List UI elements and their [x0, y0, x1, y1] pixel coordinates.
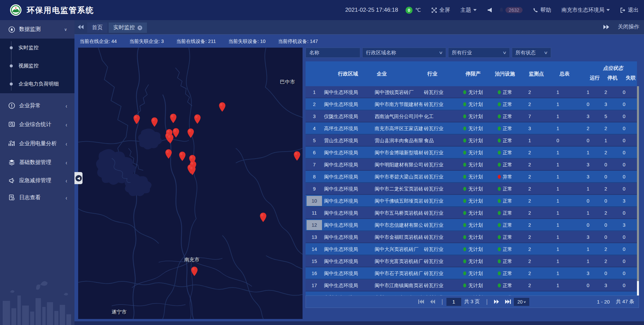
cell-industry: 砖瓦行业	[423, 171, 455, 183]
map-pin-icon[interactable]	[167, 134, 173, 144]
cell-region: 高坪生态环境局	[322, 122, 374, 134]
industry-filter-select[interactable]: 所有行业∨	[448, 48, 510, 58]
table-row[interactable]: 11阆中生态环境局阆中市五马桥页岩机砖砖瓦行业无计划正常21120	[306, 207, 637, 219]
status-dot-icon	[498, 139, 501, 143]
table-row[interactable]: 1阆中生态环境局阆中强锐页岩砖厂砖瓦行业无计划正常21120	[306, 86, 637, 98]
cell-total: 1	[540, 98, 576, 110]
map-pin-icon[interactable]	[294, 151, 300, 161]
sidebar-subitem[interactable]: 视频监控	[0, 61, 74, 71]
table-row[interactable]: 5营山生态环境局营山县润丰肉食品有限食品无计划正常10010	[306, 134, 637, 147]
map-pin-icon[interactable]	[179, 152, 185, 161]
cell-company: 阆中市二龙长宝页岩砖	[374, 183, 423, 195]
first-page-button[interactable]	[418, 300, 424, 304]
scrollbar-thumb[interactable]	[637, 86, 639, 281]
table-row[interactable]: 2阆中生态环境局阆中市南方节能建材有砖瓦行业无计划正常21030	[306, 98, 637, 110]
sidebar-item[interactable]: 日志查看‹	[0, 191, 74, 204]
notifications[interactable]: 2632	[499, 7, 523, 13]
chevron-down-icon	[606, 9, 610, 11]
cell-stop: 2	[600, 207, 611, 219]
status-dot-icon	[498, 247, 501, 251]
row-number: 12	[307, 220, 322, 230]
table-row[interactable]: 15阆中生态环境局阆中市光富页岩机砖厂砖瓦行业无计划正常21120	[306, 255, 637, 267]
chevron-left-icon: ‹	[66, 121, 67, 128]
sidebar-item[interactable]: 应急减排管理‹	[0, 174, 74, 187]
map-pin-icon[interactable]	[189, 166, 196, 175]
map-pin-icon[interactable]	[133, 115, 140, 124]
sidebar-item[interactable]: 企业综合统计‹	[0, 118, 74, 131]
table-row[interactable]: 7阆中生态环境局阆中明阳建材有限公司砖瓦行业无计划正常21300	[306, 159, 637, 171]
table-row[interactable]: 12阆中生态环境局阆中市忠信建材有限公砖瓦行业无计划正常21003	[306, 219, 637, 231]
cell-industry: 食品	[423, 134, 455, 147]
map-pin-icon[interactable]	[194, 114, 201, 124]
cell-stop: 2	[600, 147, 611, 159]
status-dot-icon	[463, 259, 466, 263]
cell-run: 0	[576, 219, 600, 231]
map-panel[interactable]: 巴中市南充市遂宁市	[78, 48, 303, 319]
next-page-button[interactable]	[494, 300, 499, 304]
double-chevron-right-icon[interactable]	[603, 25, 609, 29]
last-page-button[interactable]	[505, 300, 511, 304]
cell-region: 阆中生态环境局	[322, 279, 374, 291]
sidebar-collapse-button[interactable]: ◀	[74, 172, 83, 184]
top-bar: 环保用电监管系统 2021-02-25 17:46:18 0 ℃ 全屏 主题	[0, 0, 644, 20]
status-dot-icon	[463, 151, 466, 155]
org-dropdown[interactable]: 南充市生态环境局	[561, 7, 610, 14]
cell-total: 1	[540, 195, 576, 207]
map-pin-icon[interactable]	[187, 128, 194, 138]
logout-button[interactable]: 退出	[620, 7, 639, 14]
sidebar-item[interactable]: 企业用电量分析‹	[0, 137, 74, 150]
fullscreen-button[interactable]: 全屏	[431, 7, 450, 14]
table-row[interactable]: 3仪陇生态环境局西南油气田分公司川中化工无计划正常71350	[306, 110, 637, 122]
table-row[interactable]: 13阆中生态环境局阆中市金福旺页岩机砖砖瓦行业无计划正常21300	[306, 231, 637, 243]
theme-dropdown[interactable]: 主题	[461, 7, 477, 14]
status-filter-select[interactable]: 所有状态∨	[512, 48, 551, 58]
map-pin-icon[interactable]	[260, 213, 266, 222]
right-panel: 名称 行政区域名称∨ 所有行业∨ 所有状态∨ 行政区域 企业 行业 停限产 治污…	[306, 48, 639, 325]
close-operations-button[interactable]: 关闭操作	[618, 23, 639, 31]
sidebar-item[interactable]: 企业异常‹	[0, 99, 74, 112]
map-city-label: 巴中市	[280, 79, 295, 85]
mute-button[interactable]	[487, 8, 492, 12]
table-scrollbar[interactable]	[637, 86, 639, 295]
tab-home[interactable]: 首页	[87, 22, 107, 33]
map-pin-icon[interactable]	[173, 128, 179, 138]
sidebar-subitem[interactable]: 企业电力负荷明细	[0, 79, 74, 89]
map-pin-icon[interactable]	[219, 102, 225, 112]
table-row[interactable]: 17阆中生态环境局阆中市江南镇阆南页岩砖瓦行业无计划正常21030	[306, 279, 637, 291]
sidebar-item[interactable]: 基础数据管理‹	[0, 156, 74, 169]
tab-realtime-monitor[interactable]: 实时监控 ✕	[109, 22, 147, 33]
cell-total: 1	[540, 219, 576, 231]
cell-lost: 0	[611, 267, 637, 279]
tab-close-icon[interactable]: ✕	[138, 25, 142, 30]
cell-run: 2	[576, 122, 600, 134]
map-pin-icon[interactable]	[191, 267, 198, 276]
prev-page-button[interactable]	[430, 300, 435, 304]
cell-monitor: 3	[519, 122, 540, 134]
status-dot-icon	[463, 175, 466, 179]
page-number-input[interactable]: 1	[446, 298, 461, 306]
sidebar-subitem[interactable]: 实时监控	[0, 43, 74, 53]
datetime: 2021-02-25 17:46:18	[345, 7, 398, 13]
tabs-scroll-left-button[interactable]	[74, 20, 87, 34]
cell-total: 1	[540, 110, 576, 122]
status-dot-icon	[463, 187, 466, 191]
table-row[interactable]: 9阆中生态环境局阆中市二龙长宝页岩砖砖瓦行业无计划正常21120	[306, 183, 637, 195]
map-pin-icon[interactable]	[165, 149, 172, 159]
region-filter-select[interactable]: 行政区域名称∨	[362, 48, 446, 58]
map-pin-icon[interactable]	[151, 117, 158, 127]
table-row[interactable]: 6阆中生态环境局阆中市金博瑞新型墙材砖瓦行业无计划正常21120	[306, 147, 637, 159]
help-button[interactable]: 帮助	[533, 7, 551, 14]
sidebar-item-data-monitor[interactable]: 数据监测 ∨	[0, 20, 74, 39]
name-filter-input[interactable]: 名称	[306, 48, 360, 58]
cell-stop: 2	[600, 243, 611, 255]
table-row[interactable]: 14阆中生态环境局阆中大兴页岩机砖厂砖瓦行业无计划正常21120	[306, 243, 637, 255]
map-pin-icon[interactable]	[170, 114, 176, 123]
layers-icon	[8, 159, 15, 166]
table-row[interactable]: 10阆中生态环境局阆中千佛镇五郎垭页岩砖瓦行业无计划正常21003	[306, 195, 637, 207]
table-row[interactable]: 4高坪生态环境局南充市高坪区王家店建砖瓦行业无计划正常31220	[306, 122, 637, 134]
page-size-select[interactable]: 20∨	[514, 298, 529, 306]
cell-monitor: 2	[519, 243, 540, 255]
cell-company: 西南油气田分公司川中	[374, 110, 423, 122]
table-row[interactable]: 16阆中生态环境局阆中市石子页岩机砖厂砖瓦行业无计划正常21300	[306, 267, 637, 279]
table-row[interactable]: 8阆中生态环境局阆中市枣碧大梁山页岩砖瓦行业无计划异常21300	[306, 171, 637, 183]
